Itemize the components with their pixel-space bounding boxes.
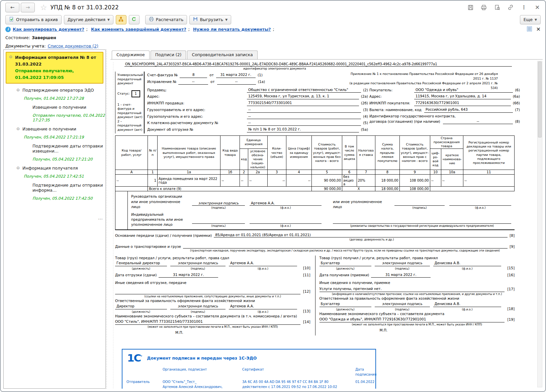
tree-item-label: Подтверждение оператора ЭДО [22,88,94,93]
collapse-icon[interactable]: ⊖ [16,88,20,92]
edo-sender-org: ООО "Стиль"_Тест_ Артемов Алексей Алекса… [163,379,240,389]
col-index: 6 [342,170,357,175]
tree-item-status: Получен, 05.04.2022 17:21:20 [4,157,105,162]
tab-cover-note[interactable]: Сопроводительная записка [187,51,257,59]
forward-button[interactable]: → [21,3,35,12]
tree-item-label: Информация получателя [22,166,78,171]
collapse-icon[interactable]: ⊖ [16,166,20,170]
refresh-button[interactable] [129,15,140,24]
other-receive-value: Услуги получены, претензий нет. [320,286,505,292]
name-caption: (ф.и.о.) [449,206,511,209]
signature-caption: (подпись) [375,307,430,311]
accounting-docs-link[interactable]: Список документов (2) [48,43,98,48]
preview-icon[interactable] [494,4,500,11]
tree-item-status: Получен, 05.04.2022 17:42:50 [4,196,105,201]
seller-address-value: 125459, Москва г, ул Туристская, д. 13, … [247,94,359,99]
window-close-icon[interactable]: ✕ [534,4,541,11]
state-value: Завершен [32,35,56,40]
export-button[interactable]: Выгрузить▼ [189,15,231,24]
printer-icon [149,17,154,22]
help-link-print[interactable]: Нужно ли печатать документы? [193,27,271,32]
tree-item-send-date-confirm2[interactable]: Подтверждение даты отправки информа… [4,183,105,193]
role-caption: (должность) [320,307,371,311]
tree-item-status: Отправлен получателю, 01.04.2022 17:27:3… [4,113,105,122]
transfer-name: Артемов А.А. [229,261,297,266]
receive-block: Товар (груз) получил / услуги, результат… [315,256,515,335]
tree-item-receiver-info[interactable]: ⊖Информация получателя [4,166,105,171]
tree-item-operator-confirm[interactable]: ⊖Подтверждение оператора ЭДО [4,88,105,93]
other-person-label-2: лицо [333,204,390,209]
more-button[interactable]: Еще▼ [520,15,541,24]
close-panel-icon[interactable]: ✕ [536,26,541,32]
cell-kind-code: -- [220,175,240,187]
col-header: Сумма налога, предъяв- ляемая покупателю [375,135,399,170]
line-code: [14] [300,319,310,325]
cell-cost-no-tax: 90 000,00 [312,175,342,187]
role-caption: (должность) [115,310,167,314]
menu-kebab-icon[interactable]: ⋮ [521,4,527,11]
chevron-down-icon: ▼ [535,18,537,21]
line-code: (3) [361,107,368,113]
tree-item-send-date-confirm[interactable]: Подтверждение даты отправки извещени… [4,143,105,154]
help-link-change[interactable]: Как изменить завершённый документ? [91,27,186,32]
electronic-signature: электронная подпись [170,304,225,309]
col-index: 8 [375,170,399,175]
signature-caption: (подпись) [192,206,245,209]
line-code: (1а) [256,79,265,85]
app-window: ← → ☆ УПД № 8 от 31.03.2022 ⋮ ✕ Отправит… [0,0,546,392]
edo-events-tree: ⊖ Информация отправителя № 8 от 31.03.20… [3,50,106,389]
other-actions-button[interactable]: Другие действия▼ [64,15,113,24]
tree-item-label: Подтверждение даты отправки извещени… [32,143,105,154]
favorite-star-icon[interactable]: ☆ [40,3,47,12]
tree-root-title: Информация отправителя № 8 от 31.03.2022 [15,54,100,68]
accounting-label: Документы учета: [5,43,46,48]
print-document-label: Распечатать [156,17,184,22]
floppy-icon [193,17,198,22]
transport-row: Данные о транспортировке и грузе [9] [115,244,515,249]
line-code: (4) [361,114,368,119]
panel-splitter[interactable]: … [106,50,109,389]
tree-item-receipt-notice[interactable]: Извещение о получении [4,105,105,110]
edo-structure-button[interactable] [116,15,126,24]
tab-content[interactable]: Содержимое [112,51,150,59]
document-list-icon[interactable] [527,26,532,33]
tree-item-receipt-notice2[interactable]: ⊖Извещение о получении [4,126,105,131]
link-icon[interactable] [507,4,514,11]
col-index: 5 [312,170,342,175]
print-document-button[interactable]: Распечатать [145,15,187,24]
receive-title: Товар (груз) получил / услуги, результат… [320,256,515,261]
invoice-label: Счет-фактура № [147,73,180,78]
vertical-scrollbar[interactable] [537,61,542,387]
currency-label: Валюта: наименование, код [369,107,424,113]
splitter-handle[interactable]: … [98,215,103,220]
help-link-annul[interactable]: Как аннулировать документ? [13,27,84,32]
back-button[interactable]: ← [5,3,19,12]
basis-value: 85/Аренда от 01.01.2021 (85/Аренда от 01… [214,233,508,237]
collapse-icon[interactable]: ⊖ [16,126,20,131]
tree-item-status: Получен, 05.04.2022 17:42:51 [4,174,105,179]
org-chart-icon [118,17,123,23]
send-to-archive-button[interactable]: Отправить в архив [5,15,62,24]
document-pane: ON_NSCHFDOPPR_2AL-A7303297-E6CA-4BD6-A73… [110,59,543,389]
identifier-caption: идентификатор электронного документа [115,67,434,70]
col-header: Коли- чество (объем) [267,135,286,170]
payment-doc-value: -- [247,120,361,126]
save-icon[interactable] [467,4,474,11]
line-code: [8] [508,233,515,237]
1c-logo: 1С° [127,354,142,363]
total-cost-with-tax: 108 000,00 [399,187,430,191]
transfer-title: Товар (груз) передал / услуги, результат… [115,256,310,261]
tab-signatures[interactable]: Подписи (2) [151,51,186,59]
gov-contract-label-2: договора (соглашения) (при наличии) [369,119,443,124]
tab-bar: Содержимое Подписи (2) Сопроводительная … [110,50,543,59]
line-code: [11] [300,273,310,278]
tree-root-item[interactable]: ⊖ Информация отправителя № 8 от 31.03.20… [6,52,103,84]
tree-item-status: Получен, 05.04.2022 17:21:19 [4,135,105,139]
invoice-date: 31 марта 2022 г. [216,72,256,78]
scrollbar-thumb[interactable] [538,62,542,137]
other-actions-label: Другие действия [68,17,105,22]
print-icon[interactable] [480,4,487,11]
collapse-icon[interactable]: ⊖ [9,55,12,81]
line-code: [9] [508,244,515,249]
other-ship-info-label: Иные сведения об отгрузке, передаче [115,280,310,286]
